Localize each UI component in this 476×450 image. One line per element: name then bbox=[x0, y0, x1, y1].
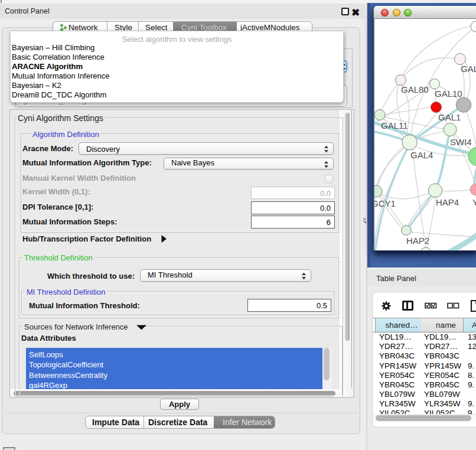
svg-text:GAL10: GAL10 bbox=[435, 89, 462, 99]
svg-text:GAL2: GAL2 bbox=[461, 64, 476, 74]
svg-text:GAL11: GAL11 bbox=[381, 120, 408, 131]
svg-text:Y: Y bbox=[472, 197, 476, 207]
svg-text:GAL4: GAL4 bbox=[410, 150, 433, 160]
svg-text:SWI4: SWI4 bbox=[450, 137, 472, 147]
svg-text:GAL1: GAL1 bbox=[438, 112, 461, 122]
svg-text:HAP4: HAP4 bbox=[436, 197, 459, 207]
svg-text:GCY1: GCY1 bbox=[374, 198, 396, 208]
svg-text:HAP2: HAP2 bbox=[406, 236, 429, 246]
svg-text:GAL80: GAL80 bbox=[401, 84, 429, 94]
